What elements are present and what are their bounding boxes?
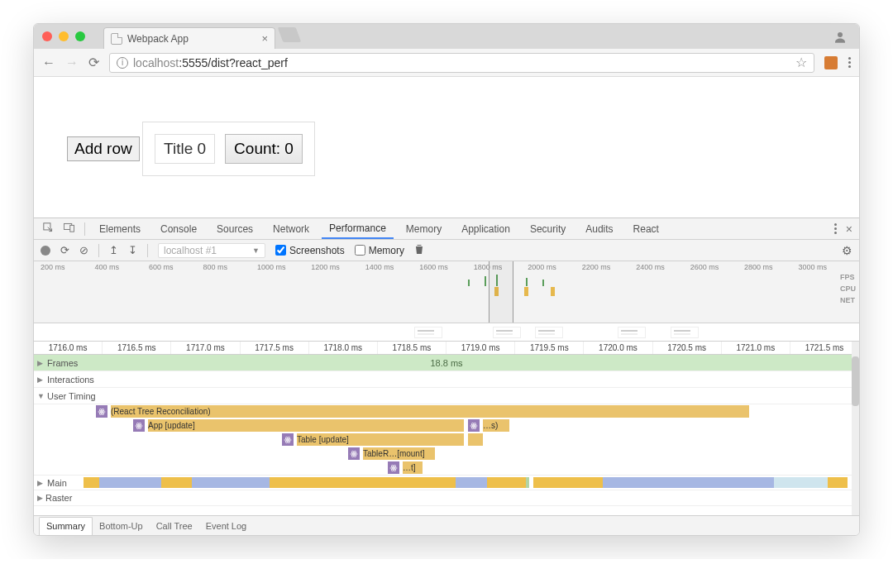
profile-dropdown[interactable]: localhost #1 ▼ <box>158 243 265 258</box>
screenshots-checkbox[interactable]: Screenshots <box>275 245 345 256</box>
close-devtools-button[interactable]: × <box>846 222 852 236</box>
overview-pane[interactable]: 200 ms 400 ms 600 ms 800 ms 1000 ms 1200… <box>34 261 859 323</box>
add-row-button[interactable]: Add row <box>67 136 140 161</box>
screenshot-thumb <box>618 327 646 338</box>
tab-elements[interactable]: Elements <box>92 218 148 239</box>
lane-interactions[interactable]: ▶ Interactions <box>34 371 859 388</box>
reload-record-button[interactable]: ⟳ <box>60 244 69 256</box>
detail-ticks: 1716.0 ms 1716.5 ms 1717.0 ms 1717.5 ms … <box>34 342 859 355</box>
expand-icon[interactable]: ▶ <box>37 375 45 384</box>
chevron-down-icon: ▼ <box>252 246 260 255</box>
react-icon <box>96 405 107 418</box>
forward-button[interactable]: → <box>65 55 79 70</box>
window-controls <box>42 31 85 41</box>
record-button[interactable] <box>41 246 50 256</box>
chrome-window: Webpack App × ← → ⟳ i localhost:5555/dis… <box>33 23 860 536</box>
reload-button[interactable]: ⟳ <box>88 55 99 70</box>
address-bar: ← → ⟳ i localhost:5555/dist?react_perf ☆ <box>34 49 859 77</box>
perf-toolbar: ⟳ ⊘ ↥ ↧ localhost #1 ▼ Screenshots Memor… <box>34 240 859 261</box>
lane-user-timing[interactable]: ▼ User Timing <box>34 388 859 404</box>
minimize-window-button[interactable] <box>59 31 69 41</box>
inspect-icon[interactable] <box>41 222 56 236</box>
collect-garbage-button[interactable] <box>414 244 424 257</box>
browser-tab[interactable]: Webpack App × <box>103 27 275 49</box>
screenshot-thumb <box>535 327 563 338</box>
screenshot-strip[interactable] <box>34 323 859 342</box>
devtools: Elements Console Sources Network Perform… <box>34 218 859 535</box>
tab-application[interactable]: Application <box>454 218 518 239</box>
extension-icon[interactable] <box>824 56 838 69</box>
react-icon <box>388 461 399 474</box>
devtools-tabs: Elements Console Sources Network Perform… <box>34 218 859 240</box>
save-profile-button[interactable]: ↧ <box>128 244 137 256</box>
settings-icon[interactable]: ⚙ <box>842 244 852 257</box>
maximize-window-button[interactable] <box>75 31 85 41</box>
timing-bar[interactable]: (React Tree Reconciliation) <box>96 405 749 418</box>
bookmark-icon[interactable]: ☆ <box>795 55 807 70</box>
react-icon <box>282 433 294 446</box>
collapse-icon[interactable]: ▼ <box>37 392 45 400</box>
svg-rect-3 <box>70 225 74 232</box>
expand-icon[interactable]: ▶ <box>37 494 45 502</box>
react-icon <box>133 419 145 432</box>
timing-bar[interactable]: App [update] <box>133 419 464 432</box>
new-tab-button[interactable] <box>278 27 302 42</box>
load-profile-button[interactable]: ↥ <box>109 244 118 256</box>
user-timing-rows: (React Tree Reconciliation) App [update]… <box>34 404 859 475</box>
screenshot-thumb <box>493 327 521 338</box>
timing-bar[interactable]: TableR…[mount] <box>348 447 435 460</box>
timing-bar[interactable]: …t] <box>388 461 423 474</box>
lanes: ▶ Frames 18.8 ms ▶ Interactions ▼ User T… <box>34 355 859 506</box>
tab-memory[interactable]: Memory <box>399 218 449 239</box>
tab-console[interactable]: Console <box>153 218 204 239</box>
page-content: Add row Title 0 Count: 0 <box>34 77 859 218</box>
overview-ticks: 200 ms 400 ms 600 ms 800 ms 1000 ms 1200… <box>34 261 859 270</box>
btab-calltree[interactable]: Call Tree <box>150 516 199 535</box>
back-button[interactable]: ← <box>42 55 55 70</box>
btab-bottomup[interactable]: Bottom-Up <box>93 516 150 535</box>
svg-point-12 <box>473 425 475 427</box>
close-tab-button[interactable]: × <box>261 32 268 45</box>
expand-icon[interactable]: ▶ <box>37 359 45 367</box>
devtools-menu-icon[interactable] <box>834 223 838 234</box>
close-window-button[interactable] <box>42 31 52 41</box>
tab-audits[interactable]: Audits <box>578 218 620 239</box>
url-text: localhost:5555/dist?react_perf <box>133 56 288 69</box>
btab-summary[interactable]: Summary <box>39 517 93 536</box>
scrollbar[interactable] <box>852 342 859 515</box>
react-icon <box>348 447 360 460</box>
lane-raster[interactable]: ▶ Raster <box>34 490 859 506</box>
memory-checkbox[interactable]: Memory <box>355 245 404 256</box>
screenshot-thumb <box>671 327 699 338</box>
screenshot-thumb <box>414 327 442 338</box>
timing-bar[interactable]: …s) <box>468 419 509 432</box>
expand-icon[interactable]: ▶ <box>37 479 45 487</box>
row-title: Title 0 <box>155 134 215 164</box>
tab-react[interactable]: React <box>626 218 666 239</box>
omnibox[interactable]: i localhost:5555/dist?react_perf ☆ <box>109 53 814 73</box>
browser-menu-icon[interactable] <box>848 57 851 68</box>
tab-sources[interactable]: Sources <box>209 218 260 239</box>
clear-button[interactable]: ⊘ <box>79 244 88 256</box>
count-button[interactable]: Count: 0 <box>225 134 303 164</box>
tab-bar: Webpack App × <box>34 24 859 49</box>
tab-network[interactable]: Network <box>265 218 317 239</box>
overview-activity <box>468 278 584 311</box>
btab-eventlog[interactable]: Event Log <box>199 516 254 535</box>
timing-bar[interactable]: Table [update] <box>282 433 464 446</box>
svg-point-0 <box>838 32 843 37</box>
lane-main[interactable]: ▶ Main <box>34 475 859 490</box>
tab-title: Webpack App <box>127 33 256 45</box>
tab-performance[interactable]: Performance <box>322 218 394 239</box>
site-info-icon[interactable]: i <box>117 57 128 69</box>
tab-security[interactable]: Security <box>523 218 573 239</box>
timing-bar[interactable] <box>468 433 483 446</box>
svg-point-20 <box>353 453 355 455</box>
profile-icon[interactable] <box>833 30 848 45</box>
device-toolbar-icon[interactable] <box>61 222 78 236</box>
overview-track-labels: FPS CPU NET <box>840 273 856 304</box>
lane-frames[interactable]: ▶ Frames 18.8 ms <box>34 355 859 371</box>
flamechart-area: 1716.0 ms 1716.5 ms 1717.0 ms 1717.5 ms … <box>34 342 859 515</box>
page-icon <box>111 33 122 45</box>
main-thread-segments <box>84 477 859 488</box>
